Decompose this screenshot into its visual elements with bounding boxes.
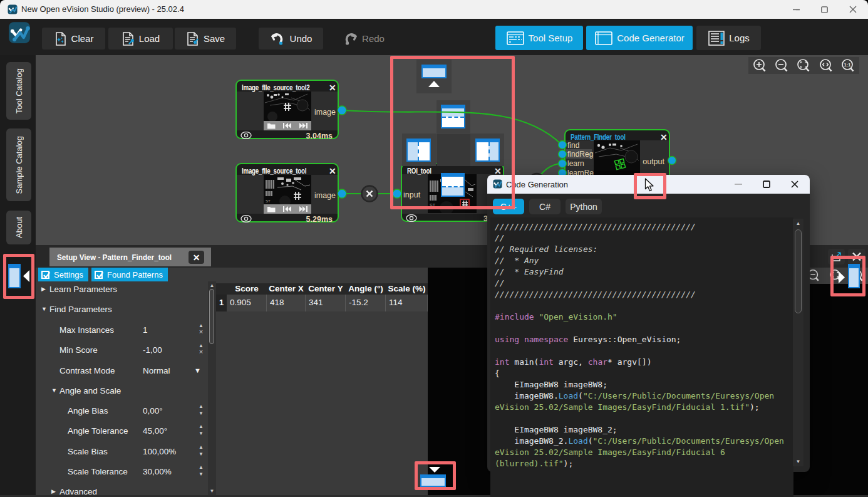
node-close-button[interactable]: ✕ — [660, 132, 668, 142]
code-window-titlebar[interactable]: Code Generation — [487, 175, 810, 194]
window-close-button[interactable] — [839, 0, 867, 19]
table-column-header[interactable]: Score — [227, 283, 267, 295]
dock-bottom-indicator[interactable] — [415, 461, 456, 490]
tree-collapse-icon[interactable]: ▼ — [51, 387, 57, 394]
code-scrollbar[interactable]: ▲ ▼ — [793, 219, 803, 466]
code-tab-csharp[interactable]: C# — [529, 199, 561, 214]
code-tab-python[interactable]: Python — [566, 199, 602, 214]
table-column-header[interactable]: Center Y — [306, 283, 346, 295]
generated-code-view[interactable]: ////////////////////////////////////////… — [490, 217, 793, 497]
scrollbar-thumb[interactable] — [795, 229, 802, 313]
code-window-close-button[interactable] — [791, 180, 798, 188]
param-row-max-instances[interactable]: Max Instances1▲× — [36, 320, 208, 340]
param-spinner[interactable]: ▲▼ — [197, 423, 205, 439]
param-value[interactable]: 100,00% — [143, 447, 176, 456]
dock-left-indicator[interactable] — [3, 254, 34, 299]
node-close-button[interactable]: ✕ — [329, 83, 336, 93]
dock-target-split-bottom[interactable] — [441, 173, 465, 197]
param-row-scale-bias[interactable]: Scale Bias100,00%▲▼ — [36, 442, 208, 462]
node-thumbnail-controls[interactable] — [264, 121, 311, 130]
param-value[interactable]: 0,00° — [143, 406, 163, 416]
code-window-maximize-button[interactable] — [763, 180, 770, 188]
node-input-port-label: learn — [567, 159, 584, 168]
table-column-header[interactable]: Center X — [267, 283, 306, 295]
param-row-min-score[interactable]: Min Score-1,00▲× — [36, 340, 208, 360]
param-row-angle-bias[interactable]: Angle Bias0,00°▲▼ — [36, 401, 208, 421]
scroll-down-icon[interactable]: ▼ — [793, 459, 803, 464]
visibility-eye-icon[interactable] — [240, 215, 252, 222]
param-row-angle-tolerance[interactable]: Angle Tolerance45,00°▲▼ — [36, 421, 208, 441]
table-column-header[interactable]: Scale (%) — [386, 283, 428, 295]
param-row-find-parameters[interactable]: ▼Find Parameters — [36, 300, 208, 320]
window-minimize-button[interactable] — [782, 0, 810, 19]
settings-toggle[interactable]: Settings — [38, 268, 88, 281]
logs-button[interactable]: Logs — [696, 26, 761, 50]
clear-button[interactable]: Clear — [42, 28, 105, 50]
param-spinner[interactable]: ▲× — [197, 322, 205, 338]
dock-target-split-top[interactable] — [437, 100, 470, 133]
undo-button-label: Undo — [290, 33, 313, 44]
sidebar-tab-about[interactable]: About — [6, 211, 31, 244]
scroll-up-icon[interactable]: ▲ — [208, 283, 216, 288]
zoom-fit-icon[interactable] — [795, 58, 812, 73]
previous-image-icon — [283, 206, 291, 212]
param-spinner[interactable]: ▲× — [197, 342, 205, 358]
param-value[interactable]: -1,00 — [143, 345, 162, 355]
code-generation-window[interactable]: Code Generation C++ C# Python //////////… — [487, 175, 810, 472]
code-generator-button-label: Code Generator — [617, 33, 685, 43]
window-maximize-button[interactable] — [810, 0, 838, 19]
dropdown-arrow-icon[interactable]: ▼ — [194, 367, 201, 374]
code-window-minimize-button[interactable] — [735, 183, 742, 186]
save-button[interactable]: Save — [175, 28, 236, 50]
table-column-header[interactable]: Angle (°) — [346, 283, 386, 295]
table-row[interactable]: 10.905418341-15.2114 — [216, 295, 428, 311]
tree-collapse-icon[interactable]: ▼ — [41, 306, 47, 312]
undo-button[interactable]: Undo — [259, 28, 323, 50]
code-tab-label: Python — [570, 202, 597, 212]
param-row-learn-parameters[interactable]: ▶Learn Parameters — [36, 281, 208, 300]
tool-setup-button[interactable]: Tool Setup — [495, 26, 583, 50]
load-document-icon — [121, 31, 135, 46]
param-spinner[interactable]: ▲▼ — [197, 464, 205, 480]
visibility-eye-icon[interactable] — [406, 214, 417, 222]
param-row-angle-and-scale[interactable]: ▼Angle and Scale — [36, 381, 208, 401]
code-generator-button[interactable]: Code Generator — [586, 26, 693, 50]
scroll-down-icon[interactable]: ▼ — [208, 488, 216, 494]
code-tab-cpp[interactable]: C++ — [493, 199, 524, 214]
zoom-extents-icon[interactable] — [818, 58, 834, 73]
dock-target-center[interactable] — [437, 133, 470, 166]
tree-expand-icon[interactable]: ▶ — [51, 488, 56, 494]
dock-target-top[interactable] — [416, 60, 452, 93]
parameters-scrollbar[interactable]: ▲ ▼ — [208, 281, 216, 495]
param-value[interactable]: 30,00% — [143, 467, 172, 476]
dock-target-split-right[interactable] — [470, 133, 504, 166]
param-row-contrast-mode[interactable]: Contrast ModeNormal▼ — [36, 361, 208, 381]
zoom-in-icon[interactable] — [752, 58, 768, 73]
node-image-file-source-tool2[interactable]: Image_fIle_source_tool2 ✕ 3.04ms image — [235, 80, 339, 139]
setup-view-tab[interactable]: Setup View - Pattern_Finder_tool — [49, 248, 211, 266]
zoom-one-to-one-icon[interactable]: 1:1 — [840, 58, 856, 73]
param-spinner[interactable]: ▲▼ — [197, 403, 205, 419]
load-button[interactable]: Load — [108, 28, 173, 50]
found-patterns-toggle[interactable]: Found Patterns — [91, 268, 168, 281]
param-value[interactable]: 1 — [143, 325, 148, 335]
param-value[interactable]: Normal — [143, 366, 170, 375]
sidebar-tab-tool-catalog[interactable]: Tool Catalog — [6, 62, 31, 120]
load-button-label: Load — [139, 33, 160, 44]
redo-button[interactable]: Redo — [331, 28, 396, 50]
param-value[interactable]: 45,00° — [143, 426, 167, 436]
node-thumbnail-controls[interactable] — [264, 204, 311, 214]
node-close-button[interactable]: ✕ — [329, 166, 336, 176]
scroll-up-icon[interactable]: ▲ — [793, 221, 803, 226]
node-image-file-source-tool[interactable]: Image_fIle_source_tool ✕ ST 5.29ms i — [235, 163, 339, 222]
setup-view-tab-close-button[interactable]: ✕ — [189, 251, 204, 264]
scrollbar-thumb[interactable] — [209, 289, 214, 344]
zoom-out-icon[interactable] — [773, 58, 790, 73]
visibility-eye-icon[interactable] — [240, 132, 252, 139]
tree-expand-icon[interactable]: ▶ — [41, 286, 46, 292]
dock-right-indicator[interactable] — [830, 256, 865, 296]
sidebar-tab-sample-catalog[interactable]: Sample Catalog — [6, 128, 31, 201]
param-row-scale-tolerance[interactable]: Scale Tolerance30,00%▲▼ — [36, 462, 208, 482]
dock-target-split-left[interactable] — [402, 133, 436, 166]
param-spinner[interactable]: ▲▼ — [197, 444, 205, 460]
